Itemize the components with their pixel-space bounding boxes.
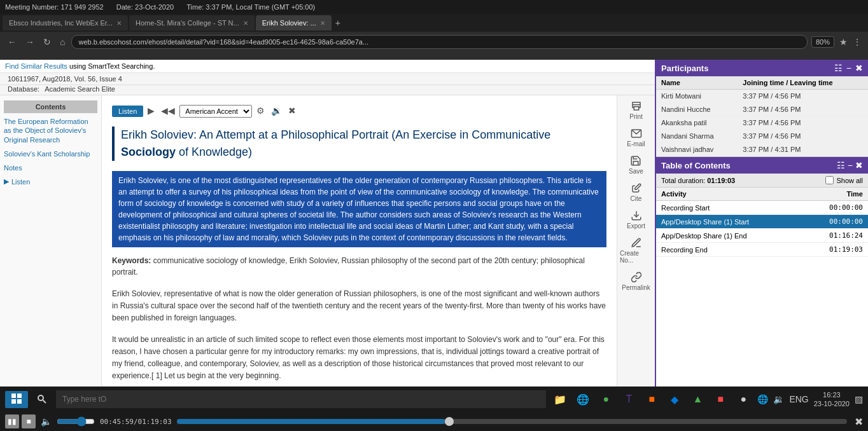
toc-header-icons: ☷ − ✖	[837, 160, 863, 170]
taskbar-right: 🌐 🔉 ENG 16:23 23-10-2020 ▨	[757, 390, 863, 409]
toc-minimize-icon[interactable]: −	[848, 160, 853, 170]
new-tab-button[interactable]: +	[333, 17, 343, 29]
participant-time: 3:37 PM / 4:56 PM	[738, 130, 868, 143]
volume-icon[interactable]: 🔉	[269, 103, 284, 119]
sidebar-link-1[interactable]: The European Reformation as the Object o…	[4, 117, 97, 144]
back-button[interactable]: ←	[5, 36, 19, 48]
zoom-badge: 80%	[811, 36, 834, 48]
show-desktop-icon[interactable]: ▨	[855, 394, 863, 404]
svg-rect-0	[633, 102, 640, 105]
create-note-action[interactable]: Create No...	[620, 237, 652, 264]
toc-section: Table of Contents ☷ − ✖ Total duration: …	[656, 157, 868, 387]
col-name: Name	[656, 76, 738, 90]
app7-icon[interactable]: ▲	[687, 389, 708, 409]
file-explorer-icon[interactable]: 📁	[550, 389, 570, 409]
show-all-container[interactable]: Show all	[825, 176, 863, 184]
tab-1[interactable]: Ebsco Industries, Inc WebEx Er... ✕	[3, 15, 128, 31]
home-button[interactable]: ⌂	[57, 36, 67, 48]
app8-icon[interactable]: ■	[710, 389, 731, 409]
col-joining-time: Joining time / Leaving time	[738, 76, 868, 90]
article-sidebar: Contents The European Reformation as the…	[0, 95, 102, 387]
toc-list-icon[interactable]: ☷	[837, 160, 845, 170]
stop-button[interactable]: ■	[22, 414, 36, 428]
db-bar-2: Database: Academic Search Elite	[0, 85, 655, 95]
toc-item-3[interactable]: Recording End01:19:03	[656, 243, 868, 257]
toc-header: Table of Contents ☷ − ✖	[656, 157, 868, 174]
app5-icon[interactable]: ■	[641, 389, 662, 409]
progress-thumb[interactable]	[445, 417, 454, 426]
tab-3[interactable]: Erikh Soloviev: ... ✕	[256, 15, 332, 31]
volume-progress-icon[interactable]: 🔈	[41, 416, 52, 427]
find-similar-link[interactable]: Find Similar Results	[5, 62, 67, 70]
sidebar-link-2[interactable]: Soloviev's Kant Scholarship	[4, 149, 97, 158]
toc-time-3: 01:19:03	[818, 245, 863, 254]
progress-track[interactable]	[177, 419, 847, 424]
toc-close-icon[interactable]: ✖	[855, 160, 863, 170]
chrome-icon[interactable]: ●	[596, 389, 616, 409]
db-value: Academic Search Elite	[45, 85, 115, 93]
menu-icon[interactable]: ⋮	[851, 36, 863, 48]
taskbar-search-input[interactable]	[56, 390, 546, 408]
time-display: 00:45:59/01:19:03	[100, 418, 172, 426]
pause-button[interactable]: ▮▮	[5, 414, 19, 428]
tab-2-close[interactable]: ✕	[243, 20, 248, 27]
total-time: 01:19:03	[138, 418, 172, 426]
search-taskbar-icon[interactable]	[32, 389, 52, 409]
url-input[interactable]	[71, 35, 808, 49]
toc-item-0[interactable]: Recording Start00:00:00	[656, 201, 868, 215]
play-icon[interactable]: ▶	[146, 103, 157, 119]
sidebar-link-3[interactable]: Notes	[4, 163, 97, 172]
clock[interactable]: 16:23 23-10-2020	[814, 390, 850, 409]
right-action-panel: Print E-mail Save Cite Export	[617, 95, 655, 387]
listen-button[interactable]: Listen	[112, 106, 143, 117]
bookmark-icon[interactable]: ★	[838, 36, 849, 48]
toc-item-1[interactable]: App/Desktop Share (1) Start00:00:00	[656, 215, 868, 229]
tab-1-close[interactable]: ✕	[116, 20, 122, 27]
teams-icon[interactable]: T	[619, 389, 639, 409]
participants-table: Name Joining time / Leaving time Kirti M…	[656, 76, 868, 156]
permalink-action[interactable]: Permalink	[622, 271, 650, 291]
tab-2[interactable]: Home-St. Mira's College - ST N... ✕	[129, 15, 255, 31]
article-title-bold: Sociology	[121, 146, 176, 158]
close-listen-icon[interactable]: ✖	[286, 103, 298, 119]
participants-minimize-icon[interactable]: −	[846, 63, 851, 73]
save-action[interactable]: Save	[629, 155, 643, 175]
print-action[interactable]: Print	[629, 100, 643, 120]
language-indicator[interactable]: ENG	[789, 394, 808, 404]
participants-close-icon[interactable]: ✖	[855, 63, 863, 73]
tab-3-close[interactable]: ✕	[320, 20, 325, 27]
export-action[interactable]: Export	[627, 210, 645, 229]
svg-rect-4	[11, 393, 16, 398]
network-icon[interactable]: 🌐	[757, 394, 768, 404]
settings-icon[interactable]: ⚙	[255, 103, 267, 119]
refresh-button[interactable]: ↻	[41, 36, 53, 48]
sidebar-listen-btn[interactable]: ▶ Listen	[4, 177, 97, 186]
app9-icon[interactable]: ●	[733, 389, 753, 409]
tab-1-label: Ebsco Industries, Inc WebEx Er...	[9, 19, 113, 27]
edge-icon[interactable]: 🌐	[573, 389, 593, 409]
app6-icon[interactable]: ◆	[664, 389, 685, 409]
start-button[interactable]	[5, 391, 28, 408]
email-action[interactable]: E-mail	[627, 128, 645, 147]
volume-tray-icon[interactable]: 🔉	[773, 394, 784, 404]
rewind-icon[interactable]: ◀◀	[159, 103, 177, 119]
participant-name: Akanksha patil	[656, 116, 738, 130]
participants-grid-icon[interactable]: ☷	[834, 63, 843, 73]
show-all-checkbox[interactable]	[825, 176, 834, 184]
toc-item-2[interactable]: App/Desktop Share (1) End01:16:24	[656, 229, 868, 243]
forward-button[interactable]: →	[23, 36, 37, 48]
volume-slider[interactable]	[57, 416, 95, 427]
current-time: 00:45:59	[100, 418, 134, 426]
participant-row-4: Vaishnavi jadhav3:37 PM / 4:31 PM	[656, 143, 868, 156]
toc-column-headers: Activity Time	[656, 188, 868, 201]
accent-select[interactable]: American Accent	[179, 105, 252, 118]
issue-info: 10611967, Aug2018, Vol. 56, Issue 4	[8, 75, 122, 83]
svg-rect-6	[11, 399, 16, 404]
participant-name: Kirti Motwani	[656, 90, 738, 103]
toc-duration-bar: Total duration: 01:19:03 Show all	[656, 174, 868, 188]
close-progress-icon[interactable]: ✖	[855, 416, 863, 428]
progress-bar-container: ▮▮ ■ 🔈 00:45:59/01:19:03 ✖	[0, 412, 868, 431]
article-panel: Find Similar Results using SmartText Sea…	[0, 60, 655, 387]
cite-action[interactable]: Cite	[631, 182, 642, 202]
meeting-info-bar: Meeting Number: 171 949 2952 Date: 23-Oc…	[0, 0, 868, 14]
